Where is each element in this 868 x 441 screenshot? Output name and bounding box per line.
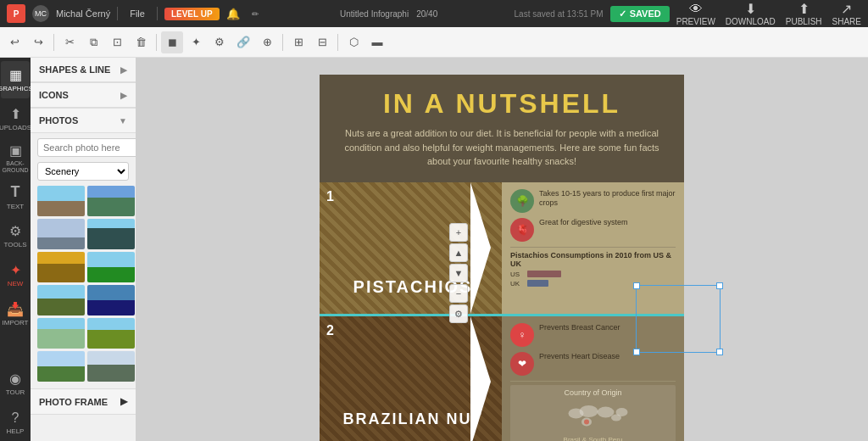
pistachio-fact1-row: 🌳 Takes 10-15 years to produce first maj…	[510, 189, 676, 213]
sidebar-panel: SHAPES & LINE ▶ ICONS ▶ PHOTOS ▼	[31, 58, 136, 441]
background-icon: ▣	[9, 142, 22, 159]
move-up-button[interactable]: ▲	[449, 243, 468, 262]
opacity-button[interactable]: ⬡	[342, 31, 364, 53]
photo-thumb-12[interactable]	[87, 351, 135, 382]
photo-thumb-11[interactable]	[37, 351, 85, 382]
fill-button[interactable]: ◼	[161, 31, 183, 53]
photo-frame-header[interactable]: PHOTO FRAME ▶	[31, 389, 136, 414]
new-icon: ✦	[10, 262, 21, 278]
user-avatar: MC	[32, 5, 49, 22]
sidebar-label-tour: TOUR	[6, 388, 25, 396]
photo-thumb-8[interactable]	[87, 285, 135, 315]
undo-button[interactable]: ↩	[3, 31, 25, 53]
photo-search-input[interactable]	[37, 138, 136, 157]
brazil-label: BRAZILIAN NUT	[320, 410, 506, 428]
canvas-area[interactable]: + ▲ ▼ − ⚙ IN A NUTSHELL Nuts are a great…	[136, 58, 868, 441]
pistachio-image: 1 PISTACHIOS	[320, 182, 502, 314]
photo-thumb-7[interactable]	[37, 285, 85, 315]
chart-us-label: US	[510, 271, 524, 278]
svg-point-6	[616, 408, 628, 416]
digestive-icon: 🫀	[510, 218, 534, 242]
sidebar-item-help[interactable]: ? HELP	[1, 404, 30, 441]
pistachio-fact1-text: Takes 10-15 years to produce first major…	[539, 189, 676, 209]
preview-button[interactable]: 👁 PREVIEW	[676, 2, 715, 26]
link-button[interactable]: 🔗	[232, 31, 254, 53]
chart-uk-bar	[527, 280, 548, 287]
brazil-image: 2 BRAZILIAN NUT	[320, 316, 502, 442]
pistachio-info-panel: 🌳 Takes 10-15 years to produce first maj…	[502, 182, 684, 314]
notifications-bell[interactable]: 🔔	[226, 8, 240, 20]
pistachio-chart: Pistachios Consumptions in 2010 from US …	[510, 251, 676, 287]
photo-thumb-6[interactable]	[87, 252, 135, 282]
canvas-settings-button[interactable]: ⚙	[449, 304, 468, 323]
map-title: Country of Origin	[514, 388, 672, 397]
levelup-button[interactable]: LEVEL UP	[164, 8, 220, 20]
icons-header[interactable]: ICONS ▶	[31, 83, 136, 108]
toolbar: ↩ ↪ ✂ ⧉ ⊡ 🗑 ◼ ✦ ⚙ 🔗 ⊕ ⊞ ⊟ ⬡ ▬	[0, 27, 868, 58]
app-logo[interactable]: P	[7, 4, 25, 23]
photos-header[interactable]: PHOTOS ▼	[31, 109, 136, 133]
photo-thumb-9[interactable]	[37, 318, 85, 349]
sidebar-label-graphics: GRAPHICS	[0, 85, 33, 92]
publish-button[interactable]: ⬆ PUBLISH	[786, 1, 822, 26]
photo-frame-label: PHOTO FRAME	[39, 397, 108, 407]
delete-button[interactable]: 🗑	[130, 31, 152, 53]
shape-button[interactable]: ✦	[185, 31, 207, 53]
zoom-in-button[interactable]: +	[449, 223, 468, 242]
photos-label: PHOTOS	[39, 115, 78, 126]
photo-thumb-1[interactable]	[37, 186, 85, 216]
toolbar-separator	[53, 34, 54, 51]
sidebar-item-new[interactable]: ✦ NEW	[1, 256, 30, 293]
section-1-number: 1	[326, 189, 334, 204]
photo-thumb-5[interactable]	[37, 252, 85, 282]
sidebar-item-uploads[interactable]: ⬆ UPLOADS	[1, 100, 30, 137]
flip-v-button[interactable]: ⊟	[311, 31, 333, 53]
icons-label: ICONS	[39, 90, 69, 100]
sidebar: ▦ GRAPHICS ⬆ UPLOADS ▣ BACK-GROUND T TEX…	[0, 58, 136, 441]
photo-thumb-10[interactable]	[87, 318, 135, 349]
brazil-fact1-text: Prevents Breast Cancer	[539, 323, 620, 333]
sidebar-item-background[interactable]: ▣ BACK-GROUND	[1, 139, 30, 176]
photo-category-dropdown: Scenery	[37, 162, 129, 181]
sidebar-item-graphics[interactable]: ▦ GRAPHICS	[1, 61, 30, 98]
infographic-canvas[interactable]: IN A NUTSHELL Nuts are a great addition …	[320, 75, 684, 441]
photos-arrow-icon: ▼	[119, 116, 127, 126]
redo-button[interactable]: ↪	[27, 31, 49, 53]
photo-thumb-3[interactable]	[37, 219, 85, 249]
download-button[interactable]: ⬇ DOWNLOAD	[726, 1, 776, 26]
arrange-button[interactable]: ▬	[366, 31, 388, 53]
uploads-icon: ⬆	[10, 106, 21, 122]
fx-button[interactable]: ⚙	[209, 31, 231, 53]
shapes-line-label: SHAPES & LINE	[39, 64, 110, 75]
photo-thumb-2[interactable]	[87, 186, 135, 216]
brazil-info-panel: ♀ Prevents Breast Cancer ❤ Prevents Hear…	[502, 316, 684, 442]
shapes-line-header[interactable]: SHAPES & LINE ▶	[31, 58, 136, 82]
tree-icon: 🌳	[510, 189, 534, 213]
share-button[interactable]: ↗ SHARE	[832, 1, 861, 26]
world-map-svg	[514, 399, 672, 433]
infographic-title: IN A NUTSHELL	[337, 88, 667, 120]
pistachio-fact2-row: 🫀 Great for digestive system	[510, 218, 676, 242]
sel-handle-br	[716, 349, 723, 355]
pencil-icon: ✏	[252, 9, 259, 19]
photo-thumb-4[interactable]	[87, 219, 135, 249]
zoom-out-button[interactable]: −	[449, 284, 468, 303]
crop-button[interactable]: ⊕	[256, 31, 278, 53]
move-down-button[interactable]: ▼	[449, 264, 468, 282]
chart-uk-label: UK	[510, 280, 524, 287]
sidebar-item-text[interactable]: T TEXT	[1, 178, 30, 215]
copy-button[interactable]: ⧉	[82, 31, 104, 53]
saved-button[interactable]: ✓ SAVED	[610, 6, 670, 22]
sidebar-item-tools[interactable]: ⚙ TOOLS	[1, 217, 30, 254]
photo-category-select[interactable]: Scenery	[37, 162, 129, 181]
flip-h-button[interactable]: ⊞	[287, 31, 309, 53]
main-area: ▦ GRAPHICS ⬆ UPLOADS ▣ BACK-GROUND T TEX…	[0, 58, 868, 441]
sidebar-icon-strip: ▦ GRAPHICS ⬆ UPLOADS ▣ BACK-GROUND T TEX…	[0, 58, 31, 441]
top-actions: 👁 PREVIEW ⬇ DOWNLOAD ⬆ PUBLISH ↗ SHARE	[676, 1, 861, 26]
cut-button[interactable]: ✂	[58, 31, 81, 53]
sidebar-label-tools: TOOLS	[4, 241, 27, 248]
sidebar-item-import[interactable]: 📥 IMPORT	[1, 295, 30, 332]
file-menu[interactable]: File	[125, 7, 150, 20]
paste-button[interactable]: ⊡	[106, 31, 128, 53]
sidebar-item-tour[interactable]: ◉ TOUR	[1, 365, 30, 402]
